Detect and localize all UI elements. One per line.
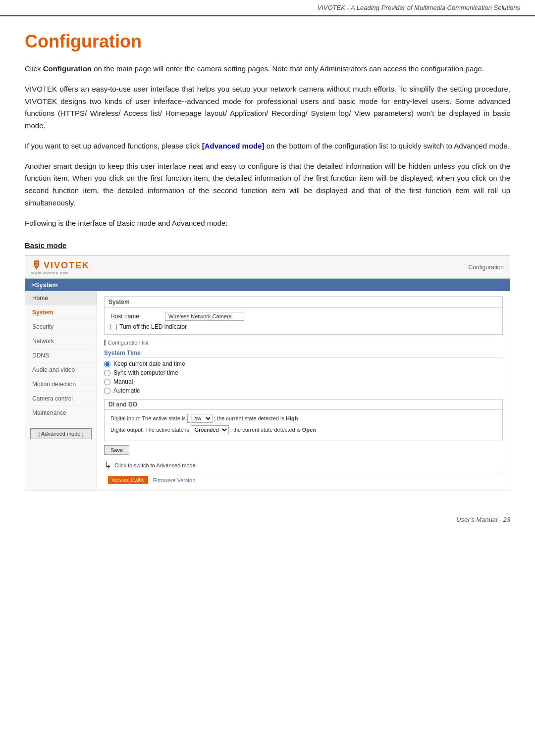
led-indicator-row: Turn off the LED indicator	[110, 323, 496, 330]
firmware-version-badge: Version: 0100e	[108, 476, 148, 484]
page-footer: User's Manual - 23	[0, 511, 535, 528]
radio-automatic: Automatic	[104, 387, 503, 394]
di-do-title: DI and DO	[105, 400, 502, 410]
advanced-mode-button[interactable]: [ Advanced mode ]	[30, 428, 92, 439]
main-content: Configuration Click Configuration on the…	[0, 16, 535, 511]
sidebar-item-motion[interactable]: Motion detection	[25, 377, 97, 392]
radio-automatic-label: Automatic	[113, 387, 140, 394]
system-time-title: System Time	[104, 350, 503, 358]
sidebar-item-maintenance[interactable]: Maintenance	[25, 406, 97, 420]
sidebar-item-system[interactable]: System	[25, 305, 97, 320]
page-title: Configuration	[25, 31, 510, 52]
system-bar[interactable]: >System	[25, 279, 510, 291]
digital-input-label: Digital input: The active state is	[110, 415, 186, 421]
config-label-top: Configuration	[469, 264, 504, 271]
radio-automatic-input[interactable]	[104, 388, 110, 394]
page-header: VIVOTEK - A Leading Provider of Multimed…	[0, 0, 535, 16]
digital-input-row: Digital input: The active state is Low H…	[110, 414, 496, 423]
system-section-title: System	[105, 297, 502, 308]
radio-keep-current-input[interactable]	[104, 361, 110, 367]
paragraph-3: If you want to set up advanced functions…	[25, 140, 510, 152]
logo-url: www.vivotek.com	[31, 271, 69, 275]
radio-sync-computer-input[interactable]	[104, 370, 110, 376]
advanced-arrow-icon: ↳	[104, 460, 111, 471]
logo-text: VIVOTEK	[44, 260, 90, 271]
digital-output-select[interactable]: Grounded Open	[191, 425, 229, 434]
paragraph-5: Following is the interface of Basic mode…	[25, 217, 510, 230]
radio-sync-computer-label: Sync with computer time	[113, 369, 178, 376]
ui-top-bar: 🎙 VIVOTEK www.vivotek.com Configuration	[25, 256, 510, 279]
radio-sync-computer: Sync with computer time	[104, 369, 503, 376]
host-name-input[interactable]	[165, 312, 244, 321]
ui-sidebar: Home System Security Network DDNS Audio …	[25, 291, 97, 491]
digital-input-select[interactable]: Low High	[187, 414, 213, 423]
host-name-label: Host name:	[110, 313, 165, 320]
ui-main-panel: System Host name: Turn off the LED indic…	[97, 291, 510, 491]
paragraph-2: VIVOTEK offers an easy-to-use user inter…	[25, 83, 510, 132]
tagline: VIVOTEK - A Leading Provider of Multimed…	[318, 4, 520, 11]
digital-output-suffix: ; the current state detected is Open	[230, 427, 316, 433]
advanced-switch-label: Click to switch to Advanced mode	[114, 462, 196, 468]
digital-output-label: Digital output: The active state is	[110, 427, 189, 433]
advanced-arrow-area: ↳ Click to switch to Advanced mode	[104, 460, 503, 471]
firmware-label: Firmware Version	[153, 477, 196, 483]
sidebar-item-ddns[interactable]: DDNS	[25, 349, 97, 363]
sidebar-item-network[interactable]: Network	[25, 334, 97, 349]
radio-keep-current-label: Keep current date and time	[113, 360, 185, 367]
system-section: System Host name: Turn off the LED indic…	[104, 296, 503, 335]
ui-body: Home System Security Network DDNS Audio …	[25, 291, 510, 491]
ui-mockup: 🎙 VIVOTEK www.vivotek.com Configuration …	[25, 255, 510, 491]
save-button[interactable]: Save	[104, 445, 129, 455]
radio-keep-current: Keep current date and time	[104, 360, 503, 367]
vivotek-logo: 🎙 VIVOTEK www.vivotek.com	[31, 259, 90, 275]
led-indicator-label: Turn off the LED indicator	[119, 323, 187, 330]
system-section-content: Host name: Turn off the LED indicator	[105, 308, 502, 334]
di-do-box: DI and DO Digital input: The active stat…	[104, 399, 503, 441]
paragraph-4: Another smart design to keep this user i…	[25, 160, 510, 209]
host-name-row: Host name:	[110, 312, 496, 321]
logo-bird-icon: 🎙	[31, 259, 42, 272]
di-do-content: Digital input: The active state is Low H…	[105, 410, 502, 441]
radio-manual: Manual	[104, 378, 503, 385]
digital-input-suffix: ; the current state detected is High	[214, 415, 298, 421]
basic-mode-label: Basic mode	[25, 241, 510, 250]
radio-manual-label: Manual	[113, 378, 133, 385]
sidebar-item-camera[interactable]: Camera control	[25, 392, 97, 406]
sidebar-item-home[interactable]: Home	[25, 291, 97, 305]
page-ref: User's Manual - 23	[456, 516, 510, 523]
firmware-row: Version: 0100e Firmware Version	[104, 474, 503, 486]
radio-manual-input[interactable]	[104, 379, 110, 385]
digital-output-row: Digital output: The active state is Grou…	[110, 425, 496, 434]
led-indicator-checkbox[interactable]	[110, 324, 117, 330]
sidebar-item-security[interactable]: Security	[25, 320, 97, 334]
sidebar-item-audio[interactable]: Audio and video	[25, 363, 97, 377]
config-list-label: Configuration list	[104, 340, 503, 346]
paragraph-1: Click Configuration on the main page wil…	[25, 63, 510, 75]
